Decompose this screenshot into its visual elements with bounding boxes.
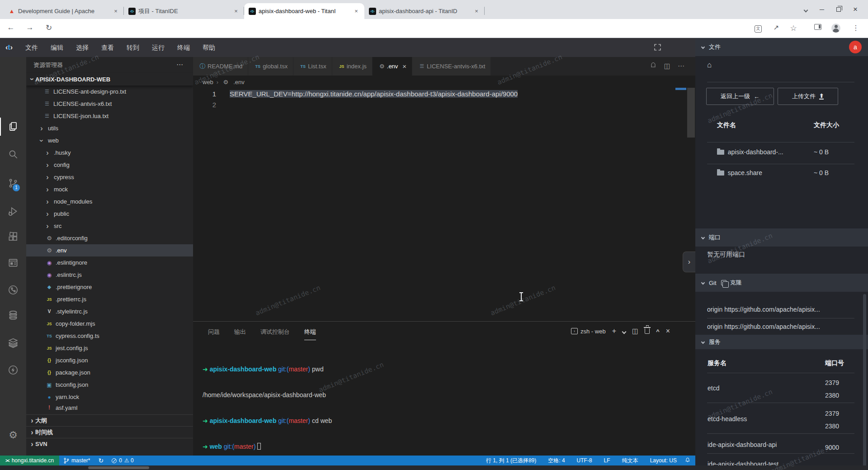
panel-tab[interactable]: 调试控制台 xyxy=(260,328,290,340)
panel-tab[interactable]: 问题 xyxy=(208,328,220,340)
editor-tab[interactable]: README.md × xyxy=(193,57,248,76)
panel-tab[interactable]: 输出 xyxy=(234,328,246,340)
tree-item[interactable]: jsconfig.json xyxy=(26,354,193,366)
git-section-header[interactable]: Git 克隆 xyxy=(695,274,868,292)
breadcrumb-folder[interactable]: web xyxy=(203,79,213,85)
shell-selector[interactable]: › zsh - web xyxy=(571,328,606,335)
tree-item[interactable]: .eslintignore xyxy=(26,256,193,269)
menu-item[interactable]: 转到 xyxy=(120,41,146,54)
tree-item[interactable]: tsconfig.json xyxy=(26,379,193,391)
code-editor[interactable]: 1 SERVE_URL_DEV=http://hongxi.titanide.c… xyxy=(193,89,695,110)
window-close-button[interactable]: × xyxy=(851,5,860,14)
tree-item[interactable]: mock xyxy=(26,183,193,195)
preview-window-icon[interactable] xyxy=(0,252,26,274)
encoding[interactable]: UTF-8 xyxy=(573,456,596,465)
editor-tab[interactable]: LICENSE-antvis-x6.txt × xyxy=(412,57,491,76)
sync-indicator[interactable]: ↻ xyxy=(94,456,108,465)
explorer-more-actions-icon[interactable]: ⋯ xyxy=(176,61,183,69)
source-control-icon[interactable]: 1 xyxy=(0,172,26,194)
browser-tab[interactable]: apisix-dashboard-web - TitanI × xyxy=(244,3,364,19)
keyboard-layout[interactable]: Layout: US xyxy=(646,456,681,465)
window-restore-button[interactable] xyxy=(836,5,841,14)
git-remote-row[interactable]: origin https://github.com/apache/apisix.… xyxy=(695,323,868,335)
tree-item[interactable]: LICENSE-ant-design-pro.txt xyxy=(26,85,193,98)
back-icon[interactable]: ← xyxy=(5,23,16,32)
explorer-root-folder[interactable]: › APISIX-DASHBOARD-WEB xyxy=(26,73,193,85)
notifications-bell-icon[interactable] xyxy=(684,457,691,465)
forward-icon[interactable]: → xyxy=(24,23,35,32)
profile-avatar[interactable] xyxy=(831,24,841,34)
tab-close-icon[interactable]: × xyxy=(112,8,119,15)
lightning-icon[interactable] xyxy=(0,359,26,381)
tree-item[interactable]: node_modules xyxy=(26,195,193,208)
menu-item[interactable]: 文件 xyxy=(19,41,44,54)
panel-tab[interactable]: 终端 xyxy=(304,328,316,340)
sidebar-section[interactable]: › 时间线 xyxy=(26,426,193,438)
tree-item[interactable]: .eslintrc.js xyxy=(26,269,193,281)
share-icon[interactable]: ↗ xyxy=(771,24,781,32)
terminal-output[interactable]: ➜ apisix-dashboard-web git:(master) pwd … xyxy=(203,348,332,468)
menu-item[interactable]: 帮助 xyxy=(196,41,222,54)
explorer-icon[interactable] xyxy=(0,116,26,138)
services-section-header[interactable]: 服务 xyxy=(695,335,868,349)
new-terminal-icon[interactable]: + xyxy=(612,327,616,335)
menu-item[interactable]: 运行 xyxy=(146,41,171,54)
editor-more-actions-icon[interactable]: ⋯ xyxy=(678,62,684,70)
panel-scrollbar-thumb[interactable] xyxy=(863,294,866,468)
menu-item[interactable]: 查看 xyxy=(95,41,120,54)
layers-stack-icon[interactable] xyxy=(0,332,26,354)
tab-close-icon[interactable]: × xyxy=(232,8,240,15)
tree-item[interactable]: .prettierrc.js xyxy=(26,293,193,305)
tree-item[interactable]: yarn.lock xyxy=(26,391,193,403)
sidebar-section[interactable]: › SVN xyxy=(26,438,193,450)
extensions-icon[interactable] xyxy=(0,226,26,247)
settings-gear-icon[interactable]: ⚙ xyxy=(0,429,26,441)
panel-expand-handle[interactable]: › xyxy=(683,252,695,272)
tree-item[interactable]: LICENSE-json.lua.txt xyxy=(26,110,193,122)
tree-item[interactable]: .prettierignore xyxy=(26,281,193,293)
cursor-position[interactable]: 行 1, 列 1 (已选择89) xyxy=(482,456,540,465)
git-branch-indicator[interactable]: master* xyxy=(59,456,94,465)
indentation[interactable]: 空格: 4 xyxy=(544,456,569,465)
editor-tab[interactable]: global.tsx × xyxy=(248,57,293,76)
fullscreen-icon[interactable] xyxy=(654,43,661,52)
git-remote-row[interactable]: origin https://github.com/apache/apisix.… xyxy=(695,306,868,316)
menu-item[interactable]: 终端 xyxy=(171,41,196,54)
maximize-panel-icon[interactable]: ^ xyxy=(656,328,660,335)
tab-close-icon[interactable]: × xyxy=(473,8,480,15)
sidebar-toggle-icon[interactable] xyxy=(813,24,823,31)
translate-icon[interactable]: 文 xyxy=(753,24,763,33)
ports-section-header[interactable]: 端口 xyxy=(695,228,868,247)
tabs-dropdown-icon[interactable] xyxy=(804,5,807,14)
kill-terminal-icon[interactable] xyxy=(645,328,650,334)
breadcrumb-file[interactable]: .env xyxy=(233,79,245,85)
eol-sequence[interactable]: LF xyxy=(600,456,614,465)
menu-item[interactable]: 编辑 xyxy=(44,41,70,54)
tree-item[interactable]: copy-folder.mjs xyxy=(26,318,193,330)
tree-item[interactable]: package.json xyxy=(26,366,193,379)
remote-indicator[interactable]: >< hongxi.titanide.cn xyxy=(0,456,59,465)
tree-item[interactable]: jest.config.js xyxy=(26,342,193,354)
tree-item[interactable]: src xyxy=(26,220,193,232)
language-mode[interactable]: 纯文本 xyxy=(618,456,642,465)
split-terminal-icon[interactable]: ◫ xyxy=(632,327,638,335)
browser-tab[interactable]: apisix-dashboard-api - TitanID × xyxy=(364,3,485,19)
tree-item[interactable]: utils xyxy=(26,122,193,134)
go-up-button[interactable]: 返回上一级← xyxy=(706,88,774,105)
tree-item[interactable]: .env xyxy=(26,244,193,256)
sidebar-section[interactable]: › 大纲 xyxy=(26,414,193,426)
editor-tab[interactable]: .env × xyxy=(373,57,412,76)
tree-item[interactable]: LICENSE-antvis-x6.txt xyxy=(26,98,193,110)
tree-item[interactable]: config xyxy=(26,159,193,171)
editor-tab[interactable]: List.tsx × xyxy=(293,57,332,76)
browser-tab[interactable]: Development Guide | Apache × xyxy=(4,3,124,19)
tree-item[interactable]: public xyxy=(26,208,193,220)
tab-close-icon[interactable]: × xyxy=(402,62,406,70)
database-icon[interactable] xyxy=(0,304,26,326)
upload-file-button[interactable]: 上传文件⬆ xyxy=(778,88,838,105)
browser-menu-icon[interactable]: ⋮ xyxy=(851,24,861,32)
tree-item[interactable]: cypress.config.ts xyxy=(26,330,193,342)
close-panel-icon[interactable]: × xyxy=(666,327,670,335)
browser-tab[interactable]: 项目 - TitanIDE × xyxy=(124,3,244,19)
problems-indicator[interactable]: 0 ⚠ 0 xyxy=(108,456,137,465)
